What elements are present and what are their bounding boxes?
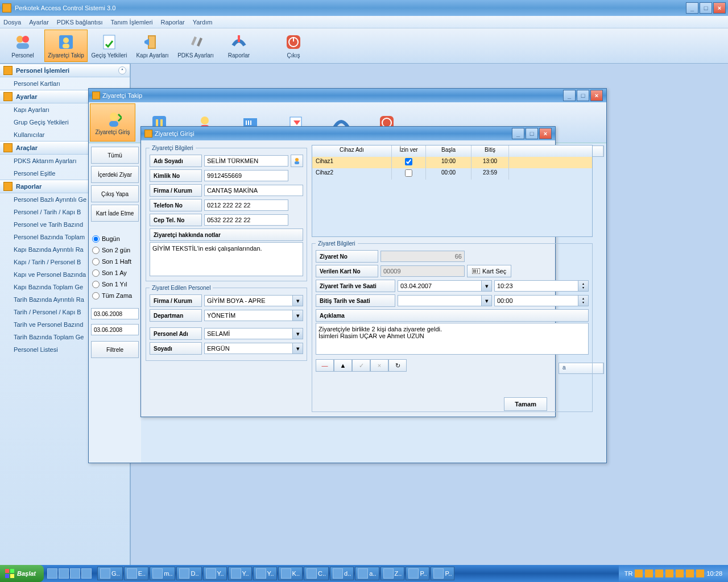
- task-11[interactable]: Z..: [380, 567, 405, 580]
- svg-rect-5: [63, 44, 69, 48]
- start-button[interactable]: Başlat: [0, 565, 44, 582]
- svg-rect-36: [5, 574, 9, 578]
- takip-btn-icerdeki[interactable]: İçerdeki Ziyar: [91, 166, 139, 183]
- grp-ziyaret-bilgileri: Ziyaret Bilgileri Ziyaret No Verilen Kar…: [312, 240, 593, 412]
- minimize-button[interactable]: _: [686, 2, 698, 14]
- takip-date2[interactable]: [91, 324, 139, 335]
- svg-rect-32: [475, 269, 476, 273]
- tray-icon-3[interactable]: [655, 569, 663, 577]
- giris-close[interactable]: ×: [539, 128, 552, 139]
- takip-close[interactable]: ×: [590, 90, 603, 101]
- tb-gecis-yetkileri[interactable]: Geçiş Yetkileri: [88, 30, 131, 62]
- tray-icon-7[interactable]: [696, 569, 704, 577]
- takip-min[interactable]: _: [563, 90, 576, 101]
- aciklama-header: Açıklama: [316, 309, 589, 322]
- ql-1[interactable]: [47, 568, 57, 579]
- input-firma[interactable]: [204, 185, 303, 196]
- tray-icon-2[interactable]: [645, 569, 653, 577]
- input-kimlik[interactable]: [204, 170, 288, 181]
- takip-btn-kartiade[interactable]: Kart İade Etme: [91, 205, 139, 222]
- takip-btn-filtrele[interactable]: Filtrele: [91, 341, 139, 358]
- clock[interactable]: 10:28: [706, 570, 722, 577]
- takip-tb-giris[interactable]: Ziyaretçi Giriş: [90, 103, 135, 142]
- input-cep[interactable]: [204, 214, 288, 226]
- spin-ziyaret-saat[interactable]: ▴▾: [494, 280, 589, 292]
- input-aciklama[interactable]: [316, 323, 589, 355]
- menu-pdks[interactable]: PDKS bağlantısı: [57, 19, 103, 26]
- device-row-0[interactable]: Cihaz1 10:00 13:00: [312, 157, 592, 168]
- radio-son1haft[interactable]: Son 1 Haft: [92, 256, 138, 267]
- close-button[interactable]: ×: [713, 2, 726, 14]
- nav-cancel-button[interactable]: ×: [370, 359, 388, 372]
- lookup-person-button[interactable]: [291, 155, 303, 167]
- device-row-1[interactable]: Cihaz2 00:00 23:59: [312, 168, 592, 180]
- nav-up-button[interactable]: ▲: [334, 359, 352, 372]
- tray-icon-6[interactable]: [686, 569, 694, 577]
- task-7[interactable]: K..: [278, 567, 303, 580]
- task-1[interactable]: E..: [124, 567, 148, 580]
- task-6[interactable]: Y..: [253, 567, 277, 580]
- task-0[interactable]: G..: [97, 567, 123, 580]
- combo-ziyaret-tarih[interactable]: ▾: [398, 280, 492, 292]
- input-ziyaret-no: [380, 251, 465, 262]
- tray-icon-5[interactable]: [676, 569, 684, 577]
- giris-min[interactable]: _: [512, 128, 524, 139]
- tb-ziyaretci-takip[interactable]: Ziyaretçi Takip: [44, 30, 88, 62]
- radio-son1ay[interactable]: Son 1 Ay: [92, 267, 138, 278]
- task-13[interactable]: P..: [431, 567, 454, 580]
- input-notlar[interactable]: [150, 242, 303, 276]
- tb-raporlar[interactable]: Raporlar: [217, 30, 260, 62]
- combo-personel-adi[interactable]: ▾: [204, 328, 303, 339]
- tamam-button[interactable]: Tamam: [504, 397, 547, 411]
- tb-kapi-ayarlari[interactable]: Kapı Ayarları: [131, 30, 174, 62]
- task-9[interactable]: d..: [330, 567, 354, 580]
- menu-ayarlar[interactable]: Ayarlar: [29, 19, 49, 26]
- svg-rect-20: [246, 120, 247, 125]
- nav-refresh-button[interactable]: ↻: [388, 359, 407, 372]
- ql-4[interactable]: [81, 568, 92, 579]
- combo-soyadi[interactable]: ▾: [204, 343, 303, 354]
- combo-bitis-tarih[interactable]: ▾: [398, 295, 492, 306]
- spin-bitis-saat[interactable]: ▴▾: [494, 295, 589, 306]
- takip-max[interactable]: □: [577, 90, 589, 101]
- task-12[interactable]: P..: [406, 567, 429, 580]
- tb-pdks-ayarlari[interactable]: PDKS Ayarları: [174, 30, 217, 62]
- task-10[interactable]: a..: [355, 567, 379, 580]
- giris-max[interactable]: □: [526, 128, 538, 139]
- nav-delete-button[interactable]: —: [316, 359, 334, 372]
- takip-btn-cikis[interactable]: Çıkış Yapa: [91, 185, 139, 202]
- input-telefon[interactable]: [204, 199, 288, 211]
- task-4[interactable]: Y..: [203, 567, 227, 580]
- radio-son1yil[interactable]: Son 1 Yıl: [92, 278, 138, 290]
- menu-yardim[interactable]: Yardım: [193, 19, 213, 26]
- kart-sec-button[interactable]: Kart Seç: [467, 265, 511, 277]
- side-hdr-personel[interactable]: Personel İşlemleri˄: [0, 64, 130, 77]
- combo-firma[interactable]: ▾: [204, 295, 303, 306]
- device-check-1[interactable]: [405, 169, 412, 177]
- task-5[interactable]: Y..: [228, 567, 252, 580]
- tb-cikis[interactable]: Çıkış: [272, 30, 315, 62]
- quick-launch: [44, 568, 95, 579]
- tray-icon-4[interactable]: [665, 569, 673, 577]
- task-3[interactable]: D..: [176, 567, 201, 580]
- radio-tumzama[interactable]: Tüm Zama: [92, 290, 138, 301]
- input-adsoyad[interactable]: [204, 155, 288, 167]
- combo-departman[interactable]: ▾: [204, 310, 303, 321]
- takip-date1[interactable]: [91, 308, 139, 319]
- menu-tanim[interactable]: Tanım İşlemleri: [111, 19, 153, 26]
- radio-bugun[interactable]: Bugün: [92, 233, 138, 244]
- lang-indicator[interactable]: TR: [624, 570, 633, 577]
- maximize-button[interactable]: □: [700, 2, 712, 14]
- device-check-0[interactable]: [405, 158, 412, 165]
- nav-accept-button[interactable]: ✓: [352, 359, 370, 372]
- menu-raporlar[interactable]: Raporlar: [161, 19, 185, 26]
- ql-3[interactable]: [70, 568, 80, 579]
- ql-2[interactable]: [59, 568, 69, 579]
- tray-icon-1[interactable]: [635, 569, 643, 577]
- menu-dosya[interactable]: Dosya: [3, 19, 21, 26]
- takip-btn-tumu[interactable]: Tümü: [91, 147, 139, 164]
- task-2[interactable]: m..: [150, 567, 175, 580]
- radio-son2gun[interactable]: Son 2 gün: [92, 244, 138, 256]
- tb-personel[interactable]: Personel: [1, 30, 44, 62]
- task-8[interactable]: C..: [304, 567, 329, 580]
